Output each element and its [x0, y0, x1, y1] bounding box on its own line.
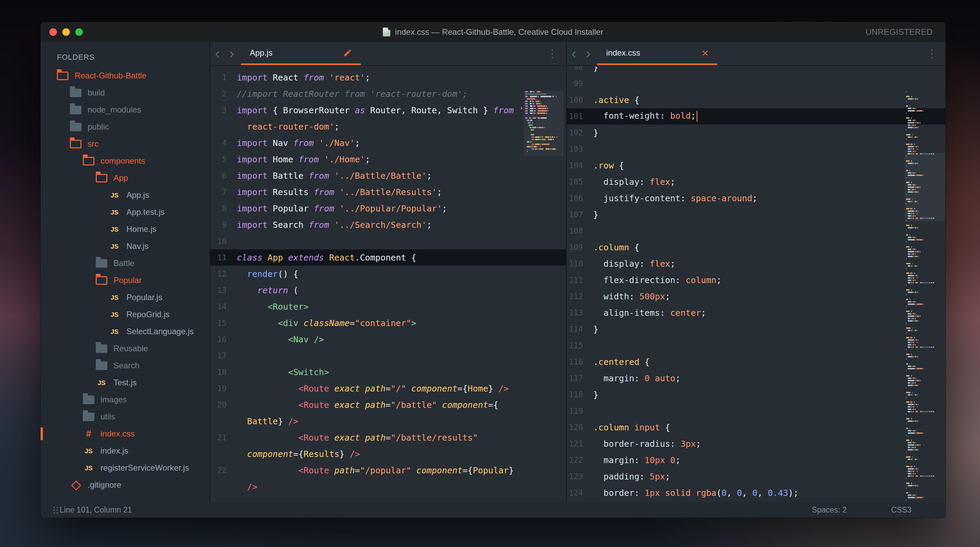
- line-number[interactable]: 7: [210, 188, 237, 196]
- line-number[interactable]: 111: [567, 276, 593, 284]
- tab-forward-chevron-icon[interactable]: ›: [224, 47, 239, 61]
- line-number[interactable]: 104: [567, 161, 593, 170]
- code-line[interactable]: 19 <Route exact path="/" component={Home…: [210, 380, 566, 397]
- minimap[interactable]: [905, 91, 945, 502]
- code-line[interactable]: 7import Results from '../Battle/Results'…: [210, 184, 566, 200]
- line-number[interactable]: 117: [567, 374, 593, 383]
- minimize-window-button[interactable]: [62, 28, 70, 36]
- code-line[interactable]: 117 margin: 0 auto;: [567, 370, 946, 386]
- code-line[interactable]: 99: [567, 75, 946, 92]
- code-line[interactable]: 3import { BrowserRouter as Router, Route…: [210, 102, 566, 118]
- line-number[interactable]: 99: [567, 79, 593, 88]
- minimap[interactable]: [524, 91, 564, 156]
- zoom-window-button[interactable]: [75, 28, 83, 36]
- line-number[interactable]: 22: [210, 466, 237, 475]
- code-line[interactable]: 2//import ReactRouter from 'react-router…: [210, 86, 566, 102]
- sidebar-item-registerserviceworker-js[interactable]: JSregisterServiceWorker.js: [41, 459, 210, 477]
- code-line[interactable]: 118}: [567, 386, 946, 403]
- code-line[interactable]: 21 <Route exact path="/battle/results": [210, 429, 566, 446]
- tab-app-js[interactable]: App.js: [241, 42, 361, 65]
- sidebar-item-public[interactable]: public: [41, 118, 210, 136]
- sidebar-item-reusable[interactable]: Reusable: [41, 340, 210, 357]
- line-number[interactable]: 12: [210, 270, 237, 278]
- line-number[interactable]: 13: [210, 286, 237, 295]
- sidebar-item-utils[interactable]: utils: [41, 408, 210, 425]
- sidebar-item-popular-js[interactable]: JSPopular.js: [41, 289, 210, 306]
- sidebar-item-app[interactable]: App: [41, 169, 210, 187]
- code-line[interactable]: 111 flex-direction: column;: [567, 272, 946, 288]
- sidebar-item-index-css[interactable]: #index.css: [41, 425, 210, 442]
- line-number[interactable]: 14: [210, 302, 237, 311]
- code-line[interactable]: 103: [567, 141, 946, 157]
- line-number[interactable]: 112: [567, 292, 593, 301]
- sidebar-item-gitignore[interactable]: .gitignore: [41, 477, 210, 493]
- line-number[interactable]: 17: [210, 351, 237, 360]
- sidebar-item-battle[interactable]: Battle: [41, 255, 210, 272]
- code-line[interactable]: 11class App extends React.Component {: [210, 249, 566, 266]
- line-number[interactable]: 98: [567, 67, 593, 72]
- line-number[interactable]: 100: [567, 96, 593, 104]
- code-line[interactable]: 104.row {: [567, 157, 946, 174]
- tab-forward-chevron-icon[interactable]: ›: [581, 47, 595, 61]
- line-number[interactable]: 107: [567, 210, 593, 219]
- line-number[interactable]: 2: [210, 89, 237, 98]
- code-line[interactable]: 14 <Router>: [210, 298, 566, 315]
- code-line[interactable]: 5import Home from './Home';: [210, 151, 566, 167]
- code-line[interactable]: 20 <Route exact path="/battle" component…: [210, 397, 566, 413]
- code-editor-appjs[interactable]: 1import React from 'react';2//import Rea…: [210, 67, 566, 502]
- status-grid-icon[interactable]: [54, 507, 55, 508]
- code-line[interactable]: 1import React from 'react';: [210, 69, 566, 86]
- line-number[interactable]: 103: [567, 145, 593, 153]
- line-number[interactable]: 105: [567, 177, 593, 186]
- code-line[interactable]: 108: [567, 223, 946, 239]
- line-number[interactable]: 106: [567, 194, 593, 203]
- code-line[interactable]: 9import Search from '../Search/Search';: [210, 217, 566, 233]
- sidebar-item-build[interactable]: build: [41, 84, 210, 101]
- line-number[interactable]: 109: [567, 243, 593, 252]
- line-number[interactable]: 101: [567, 112, 593, 121]
- code-line[interactable]: 109.column {: [567, 239, 946, 255]
- sidebar-item-test-js[interactable]: JSTest.js: [41, 374, 210, 391]
- sidebar-item-selectlanguage-js[interactable]: JSSelectLanguage.js: [41, 323, 210, 340]
- line-number[interactable]: 10: [210, 237, 237, 246]
- code-line[interactable]: 112 width: 500px;: [567, 288, 946, 305]
- line-number[interactable]: 114: [567, 325, 593, 333]
- code-line[interactable]: Battle} />: [210, 413, 566, 429]
- line-number[interactable]: 1: [210, 73, 237, 82]
- code-editor-indexcss[interactable]: 98}99100.active {101 font-weight: bold;1…: [567, 67, 946, 502]
- code-line[interactable]: 124 border: 1px solid rgba(0, 0, 0, 0.43…: [567, 485, 946, 501]
- line-number[interactable]: 120: [567, 423, 593, 432]
- line-number[interactable]: 11: [210, 253, 237, 262]
- code-line[interactable]: 13 return (: [210, 282, 566, 298]
- sidebar-item-repogrid-js[interactable]: JSRepoGrid.js: [41, 306, 210, 323]
- code-line[interactable]: 17: [210, 348, 566, 364]
- code-line[interactable]: 15 <div className="container">: [210, 315, 566, 331]
- sidebar-item-images[interactable]: images: [41, 391, 210, 408]
- code-line[interactable]: 6import Battle from '../Battle/Battle';: [210, 167, 566, 184]
- sidebar-item-app-js[interactable]: JSApp.js: [41, 187, 210, 204]
- code-line[interactable]: 98}: [567, 67, 946, 75]
- line-number[interactable]: 4: [210, 139, 237, 147]
- line-number[interactable]: 3: [210, 106, 237, 115]
- code-line[interactable]: 106 justify-content: space-around;: [567, 190, 946, 206]
- line-number[interactable]: 9: [210, 220, 237, 229]
- sidebar-item-index-js[interactable]: JSindex.js: [41, 442, 210, 459]
- line-number[interactable]: 15: [210, 319, 237, 327]
- unsaved-changes-pencil-icon[interactable]: [343, 48, 352, 57]
- sidebar-item-src[interactable]: src: [41, 136, 210, 152]
- code-line[interactable]: 120.column input {: [567, 419, 946, 435]
- tab-back-chevron-icon[interactable]: ‹: [210, 47, 224, 61]
- code-line[interactable]: 121 border-radius: 3px;: [567, 435, 946, 452]
- tab-back-chevron-icon[interactable]: ‹: [567, 47, 581, 61]
- code-line[interactable]: 18 <Switch>: [210, 364, 566, 380]
- indentation-setting[interactable]: Spaces: 2: [812, 506, 847, 515]
- pane-overflow-menu-icon[interactable]: ⋮: [539, 47, 566, 60]
- code-line[interactable]: 115: [567, 337, 946, 354]
- pane-overflow-menu-icon[interactable]: ⋮: [918, 47, 946, 60]
- line-number[interactable]: 5: [210, 155, 237, 164]
- sidebar-item-popular[interactable]: Popular: [41, 272, 210, 289]
- code-line[interactable]: 101 font-weight: bold;: [567, 108, 946, 124]
- sidebar-item-react-github-battle[interactable]: React-Github-Battle: [41, 67, 210, 84]
- code-line[interactable]: 122 margin: 10px 0;: [567, 452, 946, 468]
- code-line[interactable]: 123 padding: 5px;: [567, 468, 946, 485]
